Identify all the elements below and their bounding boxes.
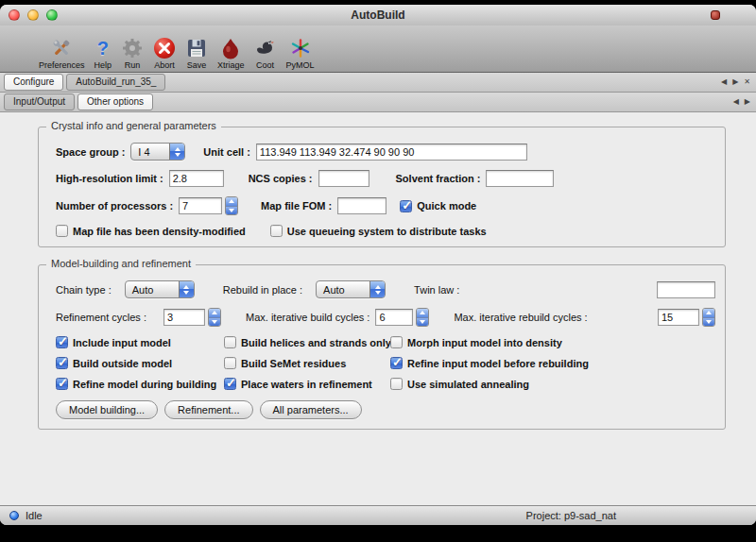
checkbox-queueing[interactable]: Use queueing system to distribute tasks: [270, 225, 487, 237]
row-map-options: Map file has been density-modified Use q…: [56, 225, 715, 237]
checkbox-box[interactable]: [390, 357, 403, 369]
toolbar-button-help[interactable]: ? Help: [90, 30, 117, 70]
processors-input[interactable]: [179, 197, 222, 214]
checkbox-simulated-annealing[interactable]: Use simulated annealing: [390, 378, 715, 390]
toolbar: Preferences ? Help Run: [0, 25, 756, 73]
max-build-stepper[interactable]: [416, 308, 429, 327]
minimize-button[interactable]: [27, 9, 39, 21]
checkbox-refine-before-rebuilding[interactable]: Refine input model before rebuilding: [390, 357, 715, 369]
status-bar: Idle Project: p9-sad_nat: [0, 505, 756, 525]
toolbar-label: Coot: [256, 60, 274, 70]
close-button[interactable]: [9, 9, 20, 21]
subtab-scroll-left-icon[interactable]: ◀: [733, 98, 739, 106]
toolbar-button-xtriage[interactable]: Xtriage: [213, 30, 249, 70]
map-fom-label: Map file FOM :: [261, 200, 332, 212]
rebuild-in-place-select[interactable]: Auto: [316, 280, 386, 298]
max-rebuild-input[interactable]: [658, 309, 699, 326]
rebuild-in-place-label: Rebuild in place :: [223, 284, 302, 296]
twin-law-label: Twin law :: [414, 284, 459, 296]
checkbox-box[interactable]: [56, 357, 68, 369]
group-title: Model-building and refinement: [46, 258, 196, 269]
zoom-button[interactable]: [46, 9, 58, 21]
popup-arrows-icon: [369, 281, 385, 297]
status-led-icon: [9, 511, 19, 520]
toolbar-button-preferences[interactable]: Preferences: [34, 30, 90, 70]
tab-scroll-left-icon[interactable]: ◀: [721, 78, 727, 86]
unit-cell-input[interactable]: [256, 144, 527, 161]
ncs-copies-label: NCS copies :: [249, 173, 313, 184]
ncs-copies-input[interactable]: [318, 170, 369, 187]
toolbar-button-abort[interactable]: Abort: [148, 30, 180, 70]
max-build-label: Max. iterative build cycles :: [246, 312, 369, 323]
processors-label: Number of processors :: [56, 200, 173, 212]
high-res-input[interactable]: [169, 170, 224, 187]
toolbar-button-run[interactable]: Run: [116, 30, 148, 70]
main-tab-bar: Configure AutoBuild_run_35_ ◀ ▶ ✕: [0, 73, 756, 93]
tab-configure[interactable]: Configure: [4, 74, 63, 91]
unit-cell-label: Unit cell :: [203, 146, 250, 158]
solvent-fraction-input[interactable]: [486, 170, 554, 187]
title-bar[interactable]: AutoBuild: [0, 5, 756, 25]
tab-close-icon[interactable]: ✕: [744, 78, 750, 86]
chain-type-select[interactable]: Auto: [125, 280, 195, 298]
checkbox-box[interactable]: [224, 378, 236, 390]
abort-icon: [153, 34, 176, 59]
refinement-cycles-input[interactable]: [163, 309, 205, 326]
processors-stepper[interactable]: [225, 196, 238, 215]
checkbox-box[interactable]: [224, 336, 236, 348]
space-group-label: Space group :: [56, 146, 125, 158]
refinement-cycles-stepper[interactable]: [208, 308, 221, 327]
high-res-label: High-resolution limit :: [56, 173, 163, 184]
checkbox-include-input-model[interactable]: Include input model: [56, 336, 224, 348]
checkbox-box[interactable]: [56, 225, 68, 237]
checkbox-density-modified[interactable]: Map file has been density-modified: [56, 225, 246, 237]
model-building-button[interactable]: Model building...: [56, 400, 158, 419]
titlebar-widget-icon[interactable]: [711, 10, 720, 20]
xtriage-icon: [219, 34, 242, 59]
checkbox-box[interactable]: [56, 336, 68, 348]
toolbar-button-pymol[interactable]: PyMOL: [282, 30, 319, 70]
tab-other-options[interactable]: Other options: [77, 93, 153, 110]
checkbox-box[interactable]: [400, 200, 412, 212]
checkbox-morph-input-model[interactable]: Morph input model into density: [390, 336, 715, 348]
checkbox-quick-mode[interactable]: Quick mode: [400, 200, 476, 212]
checkbox-box[interactable]: [56, 378, 68, 390]
checkbox-place-waters[interactable]: Place waters in refinement: [224, 378, 390, 390]
twin-law-input[interactable]: [657, 281, 715, 298]
checkbox-build-helices-strands[interactable]: Build helices and strands only: [224, 336, 390, 348]
checkbox-box[interactable]: [224, 357, 236, 369]
app-window: AutoBuild Preferences ? Help: [0, 5, 756, 525]
tab-scroll-right-icon[interactable]: ▶: [732, 78, 738, 86]
max-build-input[interactable]: [375, 309, 413, 326]
toolbar-button-save[interactable]: Save: [180, 30, 213, 70]
run-gear-icon: [121, 34, 144, 59]
save-floppy-icon: [185, 34, 208, 59]
toolbar-label: Xtriage: [217, 60, 245, 70]
tab-input-output[interactable]: Input/Output: [4, 93, 75, 110]
checkbox-box[interactable]: [270, 225, 283, 237]
refinement-button[interactable]: Refinement...: [164, 400, 252, 419]
all-parameters-button[interactable]: All parameters...: [260, 400, 362, 419]
row-space-group: Space group : I 4 Unit cell :: [56, 143, 715, 161]
toolbar-label: Help: [94, 60, 112, 70]
traffic-lights: [9, 9, 58, 21]
checkbox-refine-during-building[interactable]: Refine model during building: [56, 378, 224, 390]
checkbox-box[interactable]: [390, 336, 403, 348]
subtab-scroll-right-icon[interactable]: ▶: [745, 98, 750, 106]
tab-autobuild-run[interactable]: AutoBuild_run_35_: [66, 74, 165, 91]
status-text: Idle: [26, 510, 43, 521]
checkbox-build-semet[interactable]: Build SeMet residues: [224, 357, 390, 369]
max-rebuild-stepper[interactable]: [702, 308, 715, 327]
chain-type-label: Chain type :: [56, 284, 112, 296]
group-crystal-info: Crystal info and general parameters Spac…: [38, 127, 726, 247]
checkbox-build-outside-model[interactable]: Build outside model: [56, 357, 224, 369]
toolbar-label: PyMOL: [286, 60, 315, 70]
coot-bird-icon: [254, 34, 277, 59]
toolbar-button-coot[interactable]: Coot: [249, 30, 282, 70]
popup-arrows-icon: [179, 281, 194, 297]
pymol-icon: [289, 34, 312, 59]
space-group-select[interactable]: I 4: [130, 143, 185, 161]
checkbox-box[interactable]: [390, 378, 403, 390]
map-fom-input[interactable]: [337, 197, 387, 214]
popup-arrows-icon: [169, 144, 184, 160]
